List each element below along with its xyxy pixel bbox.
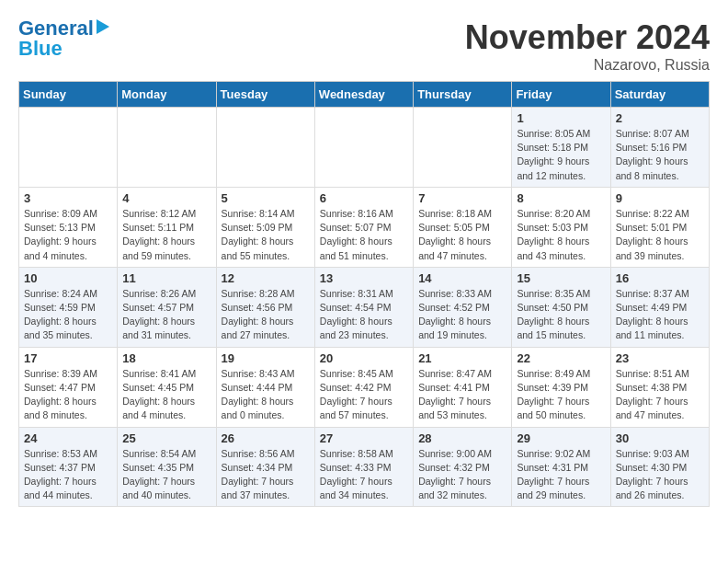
calendar-cell (414, 108, 512, 188)
calendar-cell: 5Sunrise: 8:14 AM Sunset: 5:09 PM Daylig… (216, 187, 314, 267)
calendar-cell: 28Sunrise: 9:00 AM Sunset: 4:32 PM Dayli… (414, 427, 512, 507)
day-info: Sunrise: 8:35 AM Sunset: 4:50 PM Dayligh… (517, 287, 605, 343)
day-number: 6 (320, 191, 408, 205)
calendar-cell: 20Sunrise: 8:45 AM Sunset: 4:42 PM Dayli… (314, 347, 413, 427)
calendar-cell: 18Sunrise: 8:41 AM Sunset: 4:45 PM Dayli… (118, 347, 216, 427)
day-number: 12 (222, 271, 310, 285)
calendar-cell: 16Sunrise: 8:37 AM Sunset: 4:49 PM Dayli… (610, 267, 709, 347)
calendar-cell: 24Sunrise: 8:53 AM Sunset: 4:37 PM Dayli… (19, 427, 118, 507)
calendar-cell: 25Sunrise: 8:54 AM Sunset: 4:35 PM Dayli… (118, 427, 216, 507)
logo-text: General (18, 18, 94, 39)
day-number: 18 (122, 351, 210, 365)
calendar-cell: 8Sunrise: 8:20 AM Sunset: 5:03 PM Daylig… (512, 187, 610, 267)
day-number: 8 (517, 191, 605, 205)
day-number: 24 (24, 431, 112, 445)
logo-arrow-icon (97, 19, 109, 34)
day-number: 7 (418, 191, 506, 205)
day-info: Sunrise: 8:09 AM Sunset: 5:13 PM Dayligh… (24, 207, 112, 263)
day-info: Sunrise: 8:18 AM Sunset: 5:05 PM Dayligh… (418, 207, 506, 263)
day-info: Sunrise: 8:22 AM Sunset: 5:01 PM Dayligh… (616, 207, 704, 263)
main-title: November 2024 (465, 18, 710, 57)
calendar-cell: 3Sunrise: 8:09 AM Sunset: 5:13 PM Daylig… (19, 187, 118, 267)
calendar-week-1: 1Sunrise: 8:05 AM Sunset: 5:18 PM Daylig… (19, 108, 710, 188)
day-info: Sunrise: 8:14 AM Sunset: 5:09 PM Dayligh… (222, 207, 310, 263)
day-info: Sunrise: 8:39 AM Sunset: 4:47 PM Dayligh… (24, 367, 112, 423)
calendar-week-3: 10Sunrise: 8:24 AM Sunset: 4:59 PM Dayli… (19, 267, 710, 347)
day-number: 3 (24, 191, 112, 205)
calendar-cell: 11Sunrise: 8:26 AM Sunset: 4:57 PM Dayli… (118, 267, 216, 347)
calendar-cell: 17Sunrise: 8:39 AM Sunset: 4:47 PM Dayli… (19, 347, 118, 427)
calendar-cell (118, 108, 216, 188)
calendar-cell: 7Sunrise: 8:18 AM Sunset: 5:05 PM Daylig… (414, 187, 512, 267)
calendar-cell: 29Sunrise: 9:02 AM Sunset: 4:31 PM Dayli… (512, 427, 610, 507)
day-info: Sunrise: 9:00 AM Sunset: 4:32 PM Dayligh… (418, 447, 506, 503)
calendar-cell: 23Sunrise: 8:51 AM Sunset: 4:38 PM Dayli… (610, 347, 709, 427)
calendar-cell: 6Sunrise: 8:16 AM Sunset: 5:07 PM Daylig… (314, 187, 413, 267)
calendar-cell: 2Sunrise: 8:07 AM Sunset: 5:16 PM Daylig… (610, 108, 709, 188)
calendar-cell: 19Sunrise: 8:43 AM Sunset: 4:44 PM Dayli… (216, 347, 314, 427)
day-number: 16 (616, 271, 704, 285)
day-info: Sunrise: 8:28 AM Sunset: 4:56 PM Dayligh… (222, 287, 310, 343)
day-info: Sunrise: 8:56 AM Sunset: 4:34 PM Dayligh… (222, 447, 310, 503)
calendar-cell: 15Sunrise: 8:35 AM Sunset: 4:50 PM Dayli… (512, 267, 610, 347)
day-number: 27 (320, 431, 408, 445)
day-info: Sunrise: 9:03 AM Sunset: 4:30 PM Dayligh… (616, 447, 704, 503)
calendar-cell: 26Sunrise: 8:56 AM Sunset: 4:34 PM Dayli… (216, 427, 314, 507)
calendar-week-4: 17Sunrise: 8:39 AM Sunset: 4:47 PM Dayli… (19, 347, 710, 427)
subtitle: Nazarovo, Russia (465, 57, 710, 74)
calendar-cell: 13Sunrise: 8:31 AM Sunset: 4:54 PM Dayli… (314, 267, 413, 347)
col-friday: Friday (512, 82, 610, 108)
calendar-cell: 21Sunrise: 8:47 AM Sunset: 4:41 PM Dayli… (414, 347, 512, 427)
day-info: Sunrise: 8:12 AM Sunset: 5:11 PM Dayligh… (122, 207, 210, 263)
day-info: Sunrise: 8:26 AM Sunset: 4:57 PM Dayligh… (122, 287, 210, 343)
day-number: 9 (616, 191, 704, 205)
day-info: Sunrise: 8:43 AM Sunset: 4:44 PM Dayligh… (222, 367, 310, 423)
day-number: 15 (517, 271, 605, 285)
day-info: Sunrise: 8:41 AM Sunset: 4:45 PM Dayligh… (122, 367, 210, 423)
day-number: 11 (122, 271, 210, 285)
calendar-header-row: Sunday Monday Tuesday Wednesday Thursday… (19, 82, 710, 108)
day-info: Sunrise: 8:05 AM Sunset: 5:18 PM Dayligh… (517, 127, 605, 183)
day-number: 17 (24, 351, 112, 365)
calendar-cell: 27Sunrise: 8:58 AM Sunset: 4:33 PM Dayli… (314, 427, 413, 507)
calendar-cell: 10Sunrise: 8:24 AM Sunset: 4:59 PM Dayli… (19, 267, 118, 347)
day-number: 29 (517, 431, 605, 445)
calendar-week-5: 24Sunrise: 8:53 AM Sunset: 4:37 PM Dayli… (19, 427, 710, 507)
calendar-week-2: 3Sunrise: 8:09 AM Sunset: 5:13 PM Daylig… (19, 187, 710, 267)
calendar-cell: 14Sunrise: 8:33 AM Sunset: 4:52 PM Dayli… (414, 267, 512, 347)
day-info: Sunrise: 8:51 AM Sunset: 4:38 PM Dayligh… (616, 367, 704, 423)
col-tuesday: Tuesday (216, 82, 314, 108)
col-monday: Monday (118, 82, 216, 108)
day-number: 20 (320, 351, 408, 365)
day-info: Sunrise: 8:37 AM Sunset: 4:49 PM Dayligh… (616, 287, 704, 343)
col-saturday: Saturday (610, 82, 709, 108)
calendar-cell (216, 108, 314, 188)
day-info: Sunrise: 8:33 AM Sunset: 4:52 PM Dayligh… (418, 287, 506, 343)
day-info: Sunrise: 8:20 AM Sunset: 5:03 PM Dayligh… (517, 207, 605, 263)
day-number: 28 (418, 431, 506, 445)
calendar-cell (19, 108, 118, 188)
title-block: November 2024 Nazarovo, Russia (465, 18, 710, 74)
day-info: Sunrise: 8:58 AM Sunset: 4:33 PM Dayligh… (320, 447, 408, 503)
day-number: 21 (418, 351, 506, 365)
calendar-cell: 4Sunrise: 8:12 AM Sunset: 5:11 PM Daylig… (118, 187, 216, 267)
header-row: General Blue November 2024 Nazarovo, Rus… (18, 18, 710, 74)
calendar-cell: 22Sunrise: 8:49 AM Sunset: 4:39 PM Dayli… (512, 347, 610, 427)
day-info: Sunrise: 8:07 AM Sunset: 5:16 PM Dayligh… (616, 127, 704, 183)
day-info: Sunrise: 8:54 AM Sunset: 4:35 PM Dayligh… (122, 447, 210, 503)
day-number: 22 (517, 351, 605, 365)
page-container: General Blue November 2024 Nazarovo, Rus… (0, 0, 728, 516)
calendar-table: Sunday Monday Tuesday Wednesday Thursday… (18, 81, 710, 507)
day-number: 23 (616, 351, 704, 365)
day-number: 19 (222, 351, 310, 365)
calendar-cell (314, 108, 413, 188)
day-number: 1 (517, 111, 605, 125)
day-info: Sunrise: 8:16 AM Sunset: 5:07 PM Dayligh… (320, 207, 408, 263)
day-number: 4 (122, 191, 210, 205)
calendar-cell: 9Sunrise: 8:22 AM Sunset: 5:01 PM Daylig… (610, 187, 709, 267)
day-info: Sunrise: 8:49 AM Sunset: 4:39 PM Dayligh… (517, 367, 605, 423)
day-number: 5 (222, 191, 310, 205)
col-sunday: Sunday (19, 82, 118, 108)
calendar-cell: 30Sunrise: 9:03 AM Sunset: 4:30 PM Dayli… (610, 427, 709, 507)
day-info: Sunrise: 8:24 AM Sunset: 4:59 PM Dayligh… (24, 287, 112, 343)
